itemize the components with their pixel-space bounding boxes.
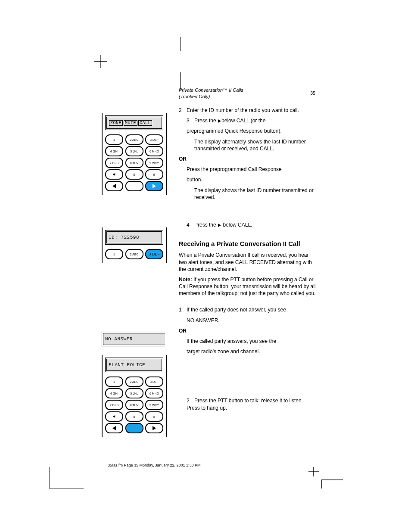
recv-note: Note: If you press the PTT button before… [179,276,317,297]
key-right-c[interactable] [145,423,163,433]
key-left[interactable] [105,181,123,191]
key-4[interactable]: 4 GHI [105,146,123,156]
key-2c[interactable]: 2 ABC [125,376,143,387]
key-star[interactable]: ✱ [105,169,123,180]
lcd1-softkey-zone: ZONE [109,120,123,126]
step2: 2Enter the ID number of the radio you wa… [179,107,317,114]
step3-alt-b: button. [179,176,317,183]
key-9[interactable]: 9 WXY [145,158,163,168]
key-8c[interactable]: 8 TUV [125,400,143,410]
left-triangle-icon [112,184,116,188]
lcd1-softkey-call: CALL [138,120,152,126]
body-column: 2Enter the ID number of the radio you wa… [179,107,317,415]
key-2b[interactable]: 2 ABC [125,249,143,259]
phone-illustration-3: PLANT POLICE 1 2 ABC 3 DEF 4 GHI 5 JKL 6… [102,355,167,437]
key-7c[interactable]: 7 PRS [105,400,123,410]
cropmark-top-right-corner [317,36,338,57]
key-hash[interactable]: # [145,169,163,180]
cropmark-top-center-tick [180,72,181,90]
right-arrow-icon [218,224,221,227]
key-left-c[interactable] [105,423,123,433]
lcd-2: ID: 722598 [105,230,163,245]
key-2[interactable]: 2 ABC [125,134,143,145]
step3-intro: 3Press the below CALL (or the [179,117,317,124]
left-triangle-icon [112,426,116,430]
key-3[interactable]: 3 DEF [145,134,163,145]
key-6[interactable]: 6 MNO [145,146,163,156]
recv-step1d: target radio's zone and channel. [179,348,317,355]
right-arrow-icon [218,119,221,123]
lcd2-text: ID: 722598 [109,235,139,240]
key-1[interactable]: 1 [105,134,123,145]
step4: 4Press the below CALL. [179,221,317,228]
step3-cont: preprogrammed Quick Response button). [179,128,317,134]
lcd-3: PLANT POLICE [105,358,163,372]
cropmark-top-left-plus [94,55,107,68]
key-0[interactable]: 0 [125,169,143,180]
footer-left: 35ras.fm Page 35 Monday, January 22, 200… [108,463,200,467]
page: Private Conversation™ II Calls (Trunked … [0,0,411,532]
lcd-no-answer: NO ANSWER [102,332,165,346]
key-3c[interactable]: 3 DEF [145,376,163,387]
recv-step1b: NO ANSWER. [179,317,317,324]
key-hash-c[interactable]: # [145,411,163,422]
lcd1-softkey-mute: MUTE [124,120,137,126]
section-heading: Receiving a Private Conversation II Call [179,240,317,248]
running-header-line1: Private Conversation™ II Calls [179,87,243,93]
key-0c[interactable]: 0 [125,411,143,422]
key-right-highlighted[interactable] [145,181,163,191]
recv-intro: When a Private Conversation II call is r… [179,252,317,273]
recv-step2: 2Press the PTT button to talk; release i… [179,397,317,411]
key-1b[interactable]: 1 [105,249,123,259]
or-label-1: OR [179,156,317,162]
cropmark-bottom-left-corner [49,467,84,488]
or-label-2: OR [179,327,317,334]
key-1c[interactable]: 1 [105,376,123,387]
key-8[interactable]: 8 TUV [125,158,143,168]
footer-bar: 35ras.fm Page 35 Monday, January 22, 200… [108,462,310,467]
key-home-highlighted[interactable] [125,423,143,433]
lcd3-text: PLANT POLICE [109,362,145,367]
recv-step1c: If the called party answers, you see the [179,338,317,345]
right-triangle-icon [153,426,156,430]
cropmark-top-center-tick-upper [181,37,181,51]
running-header-line2: (Trunked Only) [179,94,210,99]
key-7[interactable]: 7 PRS [105,158,123,168]
key-9c[interactable]: 9 WXY [145,400,163,410]
key-3b-highlighted[interactable]: 3 DEF [145,249,163,259]
phone-illustration-1: ZONE MUTE CALL 1 2 ABC 3 DEF 4 GHI 5 JKL… [102,113,167,195]
recv-step1a: 1If the called party does not answer, yo… [179,306,317,313]
step3-alt-sub: The display shows the last ID number tra… [179,187,317,201]
key-5[interactable]: 5 JKL [125,146,143,156]
cropmark-bottom-right [308,467,343,488]
key-4c[interactable]: 4 GHI [105,388,123,398]
step3-sub: The display alternately shows the last I… [179,138,317,152]
lcd-1: ZONE MUTE CALL [105,115,163,130]
right-triangle-icon [153,184,156,188]
key-star-c[interactable]: ✱ [105,411,123,422]
key-5c[interactable]: 5 JKL [125,388,143,398]
page-number: 35 [310,90,315,96]
lcd-noanswer-text: NO ANSWER [105,336,133,342]
phone-illustration-2: ID: 722598 1 2 ABC 3 DEF [102,227,167,263]
key-6c[interactable]: 6 MNO [145,388,163,398]
key-home[interactable] [125,181,143,191]
step3-alt-a: Press the preprogrammed Call Response [179,166,317,173]
